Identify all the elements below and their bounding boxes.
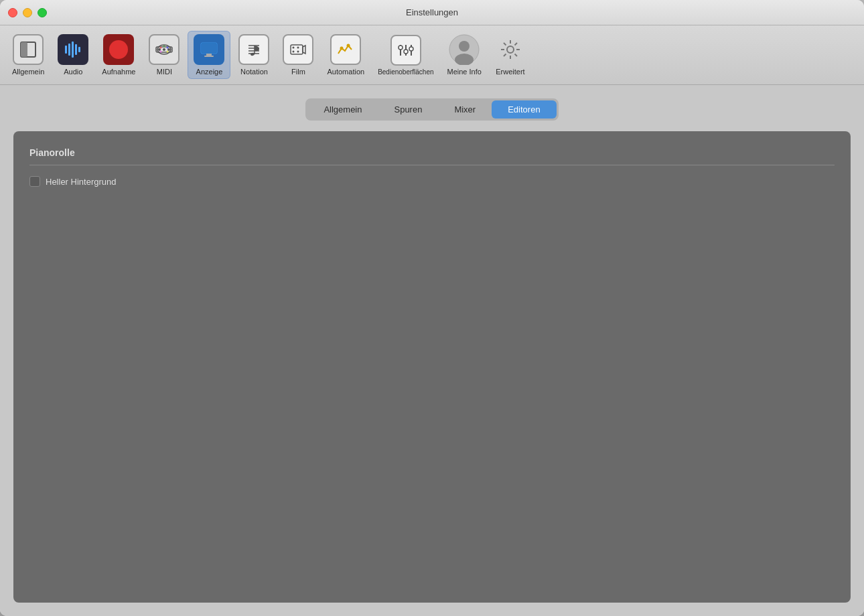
- content-area: Allgemein Spuren Mixer Editoren Pianorol…: [0, 85, 864, 616]
- toolbar-item-automation[interactable]: Automation: [321, 31, 370, 78]
- toolbar-item-audio[interactable]: Audio: [52, 31, 94, 78]
- svg-point-34: [347, 44, 350, 48]
- close-button[interactable]: [8, 8, 17, 17]
- settings-panel: Pianorolle Heller Hintergrund: [13, 131, 851, 603]
- maximize-button[interactable]: [38, 8, 47, 17]
- svg-line-50: [514, 54, 517, 57]
- svg-point-8: [158, 48, 161, 51]
- svg-point-30: [293, 51, 295, 53]
- svg-point-15: [167, 51, 169, 53]
- checkbox-heller-hintergrund[interactable]: [29, 176, 40, 187]
- svg-point-38: [399, 46, 403, 50]
- tab-spuren[interactable]: Spuren: [378, 100, 438, 119]
- checkbox-row-heller-hintergrund: Heller Hintergrund: [29, 176, 835, 187]
- meineinfo-icon: [449, 34, 480, 65]
- film-icon: [283, 34, 313, 65]
- svg-point-32: [297, 51, 299, 53]
- svg-line-52: [504, 54, 506, 57]
- toolbar-label-meineinfo: Meine Info: [447, 68, 482, 76]
- svg-point-31: [297, 47, 299, 49]
- minimize-button[interactable]: [23, 8, 32, 17]
- toolbar-item-bedien[interactable]: Bedienoberflächen: [372, 32, 439, 78]
- automation-icon: [330, 34, 361, 65]
- toolbar-label-allgemein: Allgemein: [12, 68, 44, 76]
- anzeige-icon: [194, 34, 224, 65]
- toolbar-item-midi[interactable]: MIDI: [143, 31, 185, 78]
- titlebar: Einstellungen: [0, 0, 864, 25]
- svg-point-29: [293, 47, 295, 49]
- notation-icon: [238, 34, 269, 65]
- checkbox-label-heller-hintergrund: Heller Hintergrund: [46, 177, 117, 187]
- svg-point-44: [507, 46, 514, 53]
- window-title: Einstellungen: [406, 7, 458, 17]
- toolbar-label-aufnahme: Aufnahme: [102, 68, 135, 76]
- svg-rect-1: [21, 42, 27, 57]
- toolbar-label-film: Film: [291, 68, 305, 76]
- toolbar-label-midi: MIDI: [157, 68, 172, 76]
- tab-editoren[interactable]: Editoren: [492, 100, 556, 119]
- svg-point-33: [340, 47, 344, 50]
- traffic-lights: [8, 8, 47, 17]
- svg-rect-6: [78, 47, 80, 52]
- svg-point-16: [160, 51, 162, 53]
- tab-mixer[interactable]: Mixer: [438, 100, 492, 119]
- svg-line-51: [514, 43, 517, 46]
- main-window: Einstellungen Allgemein: [0, 0, 864, 616]
- toolbar-item-allgemein[interactable]: Allgemein: [7, 31, 50, 78]
- svg-point-10: [167, 48, 170, 51]
- svg-point-40: [409, 47, 413, 51]
- svg-point-14: [167, 47, 169, 49]
- midi-icon: [149, 34, 179, 65]
- svg-rect-19: [204, 56, 214, 57]
- svg-rect-27: [291, 45, 303, 54]
- svg-rect-20: [202, 44, 216, 53]
- svg-point-13: [163, 46, 165, 48]
- toolbar-item-erweitert[interactable]: Erweitert: [490, 31, 531, 78]
- toolbar-label-audio: Audio: [64, 68, 82, 76]
- svg-line-49: [504, 43, 506, 46]
- toolbar-item-aufnahme[interactable]: Aufnahme: [96, 31, 141, 78]
- svg-rect-5: [75, 44, 77, 55]
- toolbar-item-notation[interactable]: Notation: [233, 31, 275, 78]
- tab-allgemein[interactable]: Allgemein: [307, 100, 378, 119]
- toolbar: Allgemein Audio Aufnahme: [0, 25, 864, 85]
- svg-point-12: [160, 47, 162, 49]
- toolbar-label-bedien: Bedienoberflächen: [378, 68, 433, 76]
- aufnahme-icon: [103, 34, 134, 65]
- section-divider: [29, 165, 835, 165]
- svg-point-42: [459, 41, 470, 52]
- svg-point-39: [404, 50, 408, 54]
- audio-icon: [58, 34, 88, 65]
- toolbar-label-erweitert: Erweitert: [496, 68, 524, 76]
- toolbar-label-anzeige: Anzeige: [196, 68, 223, 76]
- toolbar-item-meineinfo[interactable]: Meine Info: [442, 31, 487, 78]
- section-title-pianorolle: Pianorolle: [29, 147, 835, 158]
- svg-point-9: [163, 48, 165, 51]
- toolbar-item-film[interactable]: Film: [277, 31, 319, 78]
- allgemein-icon: [13, 34, 44, 65]
- toolbar-label-automation: Automation: [327, 68, 364, 76]
- tab-bar: Allgemein Spuren Mixer Editoren: [305, 98, 558, 121]
- erweitert-icon: [495, 34, 526, 65]
- toolbar-item-anzeige[interactable]: Anzeige: [188, 31, 230, 79]
- toolbar-label-notation: Notation: [240, 68, 268, 76]
- svg-rect-3: [68, 44, 70, 56]
- svg-marker-28: [303, 46, 305, 54]
- bedien-icon: [390, 35, 421, 66]
- svg-rect-4: [72, 42, 74, 58]
- svg-rect-2: [65, 46, 67, 54]
- svg-rect-18: [206, 54, 212, 56]
